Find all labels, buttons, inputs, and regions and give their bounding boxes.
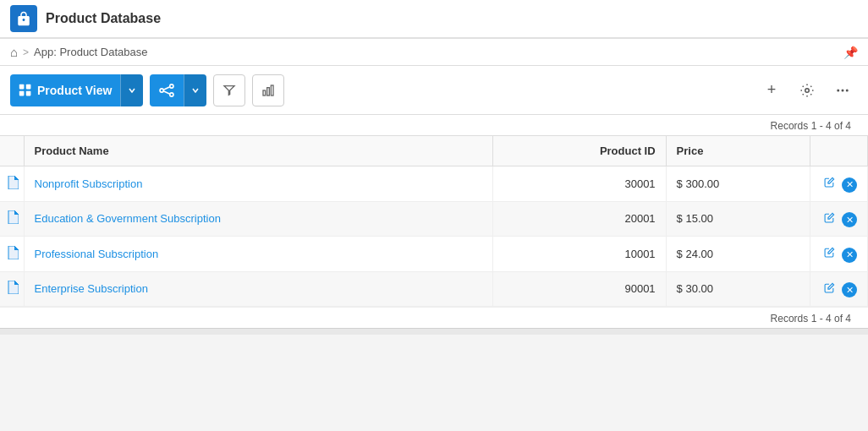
app-header: Product Database — [0, 0, 868, 39]
app-logo — [10, 5, 37, 32]
header-product-name: Product Name — [24, 136, 492, 166]
delete-button[interactable]: ✕ — [842, 248, 857, 263]
more-button[interactable] — [827, 75, 858, 106]
view-selector-label[interactable]: Product View — [10, 84, 120, 97]
chevron-down-icon — [128, 86, 136, 95]
pin-icon[interactable]: 📌 — [843, 46, 858, 59]
svg-rect-3 — [26, 90, 31, 95]
svg-point-5 — [170, 84, 173, 87]
view-selector[interactable]: Product View — [10, 74, 143, 106]
product-name-cell: Professional Subscription — [24, 237, 492, 272]
edit-icon — [824, 177, 835, 188]
row-icon — [0, 271, 24, 307]
filter-button[interactable] — [213, 74, 245, 106]
home-icon[interactable]: ⌂ — [10, 45, 18, 59]
grid-icon — [19, 84, 32, 97]
svg-point-6 — [170, 92, 173, 95]
product-name-link[interactable]: Professional Subscription — [35, 248, 159, 260]
edit-button[interactable] — [821, 281, 838, 297]
delete-button[interactable]: ✕ — [842, 177, 857, 193]
delete-button[interactable]: ✕ — [842, 212, 857, 227]
price-cell: $ 24.00 — [666, 237, 810, 272]
bottom-bar — [0, 328, 868, 335]
product-id-cell: 90001 — [492, 271, 666, 307]
svg-line-8 — [164, 90, 171, 93]
action-cell: ✕ — [810, 201, 868, 237]
table-row: Education & Government Subscription 2000… — [0, 201, 868, 237]
filter-icon — [222, 84, 236, 97]
breadcrumb-separator: > — [23, 46, 29, 58]
app-title: Product Database — [46, 11, 161, 26]
doc-icon — [7, 246, 19, 259]
lock-icon — [16, 11, 31, 26]
product-name-cell: Enterprise Subscription — [24, 271, 492, 307]
table-header-row: Product Name Product ID Price — [0, 136, 868, 166]
row-icon — [0, 201, 24, 237]
delete-button[interactable]: ✕ — [842, 282, 857, 297]
svg-rect-0 — [19, 84, 25, 89]
product-name-link[interactable]: Nonprofit Subscription — [35, 177, 143, 190]
product-name-cell: Nonprofit Subscription — [24, 166, 492, 202]
edit-icon — [824, 282, 835, 293]
product-name-link[interactable]: Education & Government Subscription — [35, 212, 221, 225]
table-row: Professional Subscription 10001 $ 24.00 … — [0, 237, 868, 272]
workflow-icon-area[interactable] — [150, 82, 184, 99]
action-cell: ✕ — [810, 237, 868, 272]
chart-button[interactable] — [252, 74, 284, 106]
doc-icon — [7, 281, 19, 294]
toolbar-right: + — [756, 75, 858, 106]
action-cell: ✕ — [810, 271, 868, 307]
view-dropdown-button[interactable] — [120, 74, 143, 106]
price-cell: $ 300.00 — [666, 166, 810, 202]
product-id-cell: 20001 — [492, 201, 666, 237]
settings-button[interactable] — [792, 75, 822, 106]
doc-icon — [7, 210, 19, 224]
price-cell: $ 15.00 — [666, 201, 810, 237]
product-name-cell: Education & Government Subscription — [24, 201, 492, 237]
svg-point-15 — [846, 89, 849, 91]
header-actions — [810, 136, 868, 166]
workflow-dropdown-button[interactable] — [184, 74, 206, 106]
svg-line-7 — [164, 86, 171, 89]
svg-rect-9 — [263, 90, 266, 95]
workflow-button[interactable] — [150, 74, 206, 106]
header-product-id: Product ID — [492, 136, 666, 166]
table-body: Nonprofit Subscription 30001 $ 300.00 ✕ … — [0, 166, 868, 307]
breadcrumb-path: App: Product Database — [34, 46, 147, 58]
table-row: Nonprofit Subscription 30001 $ 300.00 ✕ — [0, 166, 868, 202]
svg-point-14 — [842, 89, 844, 91]
svg-rect-1 — [26, 84, 31, 89]
chevron-down-icon-workflow — [191, 86, 200, 95]
svg-rect-10 — [267, 87, 270, 95]
breadcrumb: ⌂ > App: Product Database 📌 — [0, 39, 868, 66]
add-button[interactable]: + — [756, 75, 787, 106]
edit-icon — [824, 212, 835, 223]
product-name-link[interactable]: Enterprise Subscription — [35, 282, 148, 295]
header-price: Price — [666, 136, 810, 166]
price-cell: $ 30.00 — [666, 271, 810, 307]
edit-button[interactable] — [821, 175, 838, 192]
table-row: Enterprise Subscription 90001 $ 30.00 ✕ — [0, 271, 868, 307]
action-cell: ✕ — [810, 166, 868, 202]
edit-button[interactable] — [821, 210, 838, 227]
data-table: Product Name Product ID Price Nonprofit … — [0, 135, 868, 307]
toolbar: Product View — [0, 66, 868, 115]
view-label: Product View — [37, 84, 112, 97]
svg-point-12 — [805, 88, 810, 92]
workflow-icon — [158, 82, 175, 99]
product-id-cell: 30001 — [492, 166, 666, 202]
svg-point-4 — [161, 88, 164, 91]
chart-icon — [261, 84, 275, 97]
records-count-bottom: Records 1 - 4 of 4 — [0, 307, 868, 328]
svg-rect-11 — [272, 85, 274, 95]
row-icon — [0, 166, 24, 202]
edit-button[interactable] — [821, 245, 838, 262]
row-icon — [0, 237, 24, 272]
gear-icon — [799, 83, 815, 98]
more-icon — [835, 83, 850, 98]
edit-icon — [824, 247, 835, 258]
doc-icon — [7, 176, 19, 189]
header-icon-col — [0, 136, 24, 166]
product-id-cell: 10001 — [492, 237, 666, 272]
records-count-top: Records 1 - 4 of 4 — [0, 115, 868, 135]
